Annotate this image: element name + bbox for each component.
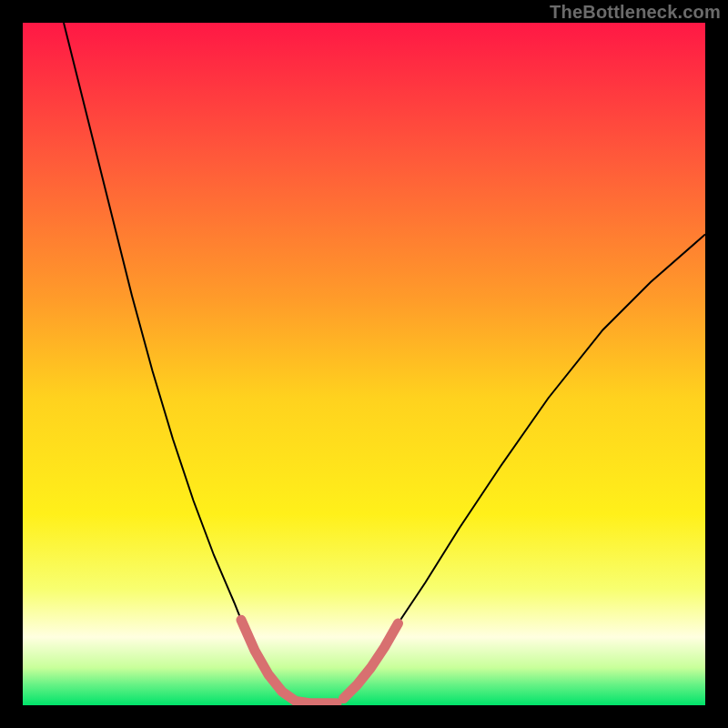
bottleneck-plot	[23, 23, 705, 705]
plot-background	[23, 23, 705, 705]
chart-canvas: TheBottleneck.com	[0, 0, 728, 728]
watermark-text: TheBottleneck.com	[550, 2, 721, 23]
